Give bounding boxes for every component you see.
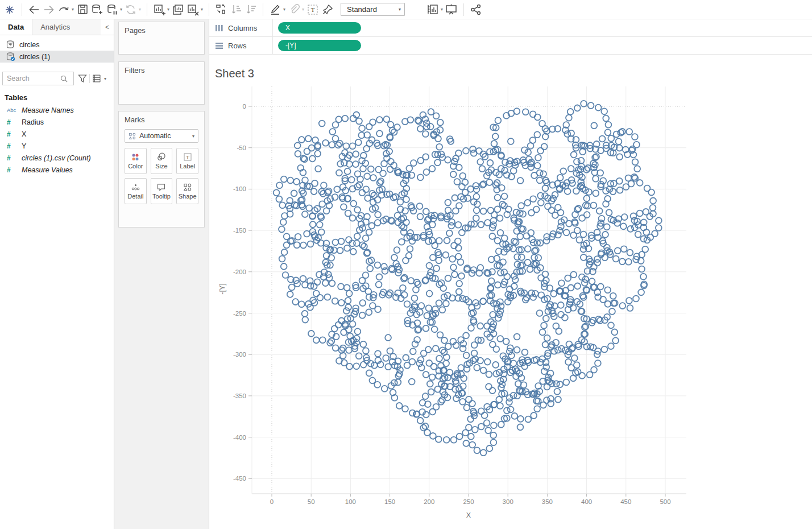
sort-ascending-icon[interactable] xyxy=(229,2,243,17)
data-point[interactable] xyxy=(367,266,373,272)
data-point[interactable] xyxy=(279,256,285,262)
data-point[interactable] xyxy=(626,297,632,304)
data-point[interactable] xyxy=(363,235,369,241)
fit-selector[interactable]: Standard ▾ xyxy=(341,3,405,16)
data-point[interactable] xyxy=(487,160,494,166)
data-point[interactable] xyxy=(370,175,376,181)
data-point[interactable] xyxy=(485,427,491,433)
data-point[interactable] xyxy=(608,135,614,142)
data-point[interactable] xyxy=(639,266,645,272)
data-point[interactable] xyxy=(616,138,622,144)
data-point[interactable] xyxy=(404,362,411,369)
data-point[interactable] xyxy=(345,168,351,175)
data-point[interactable] xyxy=(554,389,561,395)
data-point[interactable] xyxy=(456,280,462,287)
data-point[interactable] xyxy=(327,340,333,346)
scatter-points[interactable] xyxy=(274,101,662,456)
data-point[interactable] xyxy=(510,246,516,252)
data-point[interactable] xyxy=(359,242,366,248)
data-point[interactable] xyxy=(375,306,381,312)
data-point[interactable] xyxy=(613,256,619,262)
data-point[interactable] xyxy=(643,209,649,215)
refresh-icon[interactable] xyxy=(123,2,138,17)
data-point[interactable] xyxy=(391,129,397,135)
data-point[interactable] xyxy=(423,325,429,332)
data-point[interactable] xyxy=(458,365,464,371)
data-point[interactable] xyxy=(422,131,429,137)
data-point[interactable] xyxy=(656,217,662,224)
data-point[interactable] xyxy=(312,137,318,143)
data-point[interactable] xyxy=(568,285,574,291)
data-point[interactable] xyxy=(302,311,308,317)
data-point[interactable] xyxy=(417,174,424,180)
data-point[interactable] xyxy=(445,200,451,206)
data-point[interactable] xyxy=(449,256,455,262)
data-point[interactable] xyxy=(344,284,350,291)
data-point[interactable] xyxy=(291,191,297,197)
data-point[interactable] xyxy=(566,221,572,227)
data-point[interactable] xyxy=(374,382,380,388)
data-point[interactable] xyxy=(335,322,342,328)
data-point[interactable] xyxy=(535,155,541,161)
data-point[interactable] xyxy=(641,236,647,242)
data-point[interactable] xyxy=(628,181,635,187)
data-point[interactable] xyxy=(491,439,497,445)
data-point[interactable] xyxy=(317,222,323,228)
data-point[interactable] xyxy=(550,291,557,297)
data-point[interactable] xyxy=(456,289,462,295)
data-point[interactable] xyxy=(276,182,283,188)
pages-shelf[interactable]: Pages xyxy=(118,22,205,55)
data-point[interactable] xyxy=(616,154,623,160)
data-point[interactable] xyxy=(436,300,442,307)
data-point[interactable] xyxy=(304,231,310,237)
data-point[interactable] xyxy=(356,353,362,359)
data-point[interactable] xyxy=(366,123,372,130)
data-point[interactable] xyxy=(517,416,524,422)
data-point[interactable] xyxy=(605,129,611,135)
data-point[interactable] xyxy=(346,291,353,297)
data-point[interactable] xyxy=(650,205,656,211)
data-point[interactable] xyxy=(346,237,352,243)
data-point[interactable] xyxy=(320,337,326,343)
data-point[interactable] xyxy=(595,360,601,366)
data-point[interactable] xyxy=(329,129,335,135)
data-point[interactable] xyxy=(606,122,612,128)
data-point[interactable] xyxy=(308,241,314,247)
data-point[interactable] xyxy=(443,361,449,367)
data-point[interactable] xyxy=(482,412,488,419)
data-point[interactable] xyxy=(417,203,423,209)
data-point[interactable] xyxy=(444,238,450,244)
sort-descending-icon[interactable] xyxy=(243,2,258,17)
data-point[interactable] xyxy=(640,274,647,280)
undo-redo-icon[interactable] xyxy=(56,2,71,17)
data-point[interactable] xyxy=(495,117,502,123)
data-point[interactable] xyxy=(627,305,633,311)
data-point[interactable] xyxy=(366,309,372,316)
data-point[interactable] xyxy=(484,220,491,226)
data-point[interactable] xyxy=(429,238,436,244)
data-point[interactable] xyxy=(424,169,430,175)
data-point[interactable] xyxy=(525,416,532,423)
data-point[interactable] xyxy=(440,285,446,291)
data-point[interactable] xyxy=(486,383,492,390)
data-point[interactable] xyxy=(563,379,569,386)
data-point[interactable] xyxy=(402,118,408,125)
data-point[interactable] xyxy=(332,298,338,304)
data-point[interactable] xyxy=(422,393,429,399)
data-point[interactable] xyxy=(577,237,583,243)
data-point[interactable] xyxy=(472,427,478,433)
new-datasource-icon[interactable] xyxy=(90,2,105,17)
data-point[interactable] xyxy=(612,337,619,344)
data-point[interactable] xyxy=(464,366,470,372)
data-point[interactable] xyxy=(566,341,573,348)
data-point[interactable] xyxy=(493,346,499,352)
data-point[interactable] xyxy=(345,297,351,304)
data-point[interactable] xyxy=(302,211,308,217)
size-button[interactable]: Size xyxy=(151,148,173,174)
data-point[interactable] xyxy=(579,148,586,155)
data-point[interactable] xyxy=(274,189,280,196)
data-point[interactable] xyxy=(615,247,621,254)
data-point[interactable] xyxy=(484,420,490,426)
data-point[interactable] xyxy=(423,209,429,215)
data-point[interactable] xyxy=(511,283,517,290)
